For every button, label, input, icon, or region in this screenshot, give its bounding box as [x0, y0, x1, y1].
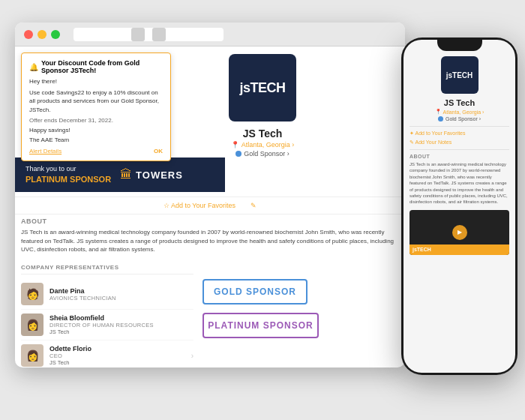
phone-location: 📍 Atlanta, Georgia › — [410, 109, 509, 115]
rep-title-3: CEO — [50, 352, 185, 359]
phone-about-title: ABOUT — [410, 154, 509, 159]
add-favorites-link[interactable]: ☆ Add to Your Favorites — [164, 202, 236, 209]
company-logo: jsTECH — [239, 80, 285, 96]
location-pin-icon: 📍 — [231, 141, 239, 148]
phone-play-button[interactable]: ▶ — [452, 225, 467, 240]
phone-add-favorites[interactable]: ✦ Add to Your Favorites — [410, 130, 509, 137]
rep-avatar-1: 🧑 — [21, 283, 44, 305]
gold-sponsor-label: GOLD SPONSOR — [202, 279, 308, 304]
phone-video-thumb[interactable]: ▶ jsTECH — [410, 210, 509, 255]
about-section: ABOUT JS Tech is an award-winning medica… — [21, 218, 399, 254]
company-name: JS Tech — [243, 128, 283, 140]
company-badge: Gold Sponsor › — [236, 150, 290, 158]
rep-item-3[interactable]: 👩 Odette Florio CEO JS Tech › — [21, 340, 194, 368]
alert-footer2: The AAE Team — [29, 136, 163, 143]
rep-company-3: JS Tech — [50, 359, 185, 366]
alert-popup: 🔔 Your Discount Code from Gold Sponsor J… — [21, 52, 171, 161]
phone-logo: jsTECH — [446, 71, 473, 80]
phone-screen-content: jsTECH JS Tech 📍 Atlanta, Georgia › Gold… — [404, 40, 515, 373]
rep-name-1: Dante Pina — [50, 287, 194, 295]
bell-icon: 🔔 — [29, 63, 38, 71]
rep-avatar-2: 👩 — [21, 314, 44, 336]
phone-divider-1 — [410, 126, 509, 127]
sponsor-title: PLATINUM SPONSOR — [26, 174, 111, 184]
company-logo-section: jsTECH JS Tech 📍 Atlanta, Georgia › Gold… — [195, 54, 330, 158]
phone-notch — [437, 38, 482, 51]
sponsor-name: TOWERS — [136, 170, 183, 181]
browser-window: 🔔 Your Discount Code from Gold Sponsor J… — [15, 22, 405, 368]
alert-footer1: Happy savings! — [29, 127, 163, 134]
company-location: 📍 Atlanta, Georgia › — [231, 141, 295, 148]
rep-name-3: Odette Florio — [50, 345, 185, 352]
phone-about-text: JS Tech is an award-winning medical tech… — [410, 161, 509, 206]
alert-title: 🔔 Your Discount Code from Gold Sponsor J… — [29, 59, 163, 74]
edit-icon[interactable]: ✎ — [250, 202, 256, 209]
maximize-button[interactable] — [51, 30, 60, 39]
phone-company-name: JS Tech — [410, 98, 509, 107]
alert-details-link[interactable]: Alert Details — [29, 148, 62, 154]
phone-badge-dot — [438, 116, 443, 122]
alert-body: Use code Savings22 to enjoy a 10% discou… — [29, 88, 163, 114]
rep-item-2[interactable]: 👩 Sheia Bloomfield DIRECTOR OF HUMAN RES… — [21, 310, 194, 340]
favorites-bar: ☆ Add to Your Favorites ✎ — [15, 196, 405, 214]
chevron-right-icon: › — [191, 352, 194, 360]
browser-content: 🔔 Your Discount Code from Gold Sponsor J… — [15, 46, 405, 368]
building-icon: 🏛 — [120, 168, 132, 182]
rep-info-2: Sheia Bloomfield DIRECTOR OF HUMAN RESOU… — [50, 314, 194, 335]
rep-avatar-3: 👩 — [21, 344, 44, 367]
reps-title: COMPANY REPRESENTATIVES — [21, 264, 194, 274]
close-button[interactable] — [24, 30, 33, 39]
badge-dot-icon — [236, 151, 242, 157]
sponsor-prefix: Thank you to our — [26, 165, 111, 174]
rep-item[interactable]: 🧑 Dante Pina AVIONICS TECHNICIAN — [21, 279, 194, 310]
alert-actions: Alert Details OK — [29, 148, 163, 154]
phone-add-notes[interactable]: ✎ Add Your Notes — [410, 139, 509, 146]
sponsor-banner: Thank you to our PLATINUM SPONSOR 🏛 TOWE… — [15, 158, 225, 192]
forward-button[interactable] — [152, 28, 166, 41]
alert-greeting: Hey there! — [29, 77, 163, 86]
phone-logo-box: jsTECH — [441, 56, 478, 94]
alert-ok-button[interactable]: OK — [154, 148, 163, 154]
phone-pin-icon: 📍 — [435, 109, 442, 115]
rep-company-2: JS Tech — [50, 328, 194, 335]
rep-info-1: Dante Pina AVIONICS TECHNICIAN — [50, 287, 194, 302]
rep-name-2: Sheia Bloomfield — [50, 314, 194, 322]
sponsor-logo: 🏛 TOWERS — [120, 168, 183, 182]
logo-suffix: TECH — [250, 80, 286, 95]
about-title: ABOUT — [21, 218, 399, 225]
alert-offer: Offer ends December 31, 2022. — [29, 117, 163, 124]
rep-info-3: Odette Florio CEO JS Tech — [50, 345, 185, 366]
address-bar — [74, 28, 224, 41]
phone-sponsor-badge: Gold Sponsor › — [410, 116, 509, 122]
phone-video-logo: jsTECH — [412, 247, 431, 252]
mobile-phone: jsTECH JS Tech 📍 Atlanta, Georgia › Gold… — [401, 38, 518, 375]
rep-title-2: DIRECTOR OF HUMAN RESOURCES — [50, 322, 194, 328]
phone-video-overlay: jsTECH — [410, 244, 509, 255]
browser-titlebar — [15, 22, 405, 46]
company-logo-box: jsTECH — [229, 54, 296, 122]
phone-divider-2 — [410, 149, 509, 150]
reps-section: COMPANY REPRESENTATIVES 🧑 Dante Pina AVI… — [21, 264, 194, 368]
sponsor-banner-text: Thank you to our PLATINUM SPONSOR — [26, 165, 111, 184]
logo-prefix: js — [239, 80, 250, 95]
minimize-button[interactable] — [38, 30, 46, 39]
phone-screen: jsTECH JS Tech 📍 Atlanta, Georgia › Gold… — [404, 40, 515, 373]
platinum-sponsor-label: PLATINUM SPONSOR — [202, 313, 319, 338]
rep-title-1: AVIONICS TECHNICIAN — [50, 295, 194, 302]
back-button[interactable] — [131, 28, 145, 41]
about-text: JS Tech is an award-winning medical tech… — [21, 228, 399, 254]
